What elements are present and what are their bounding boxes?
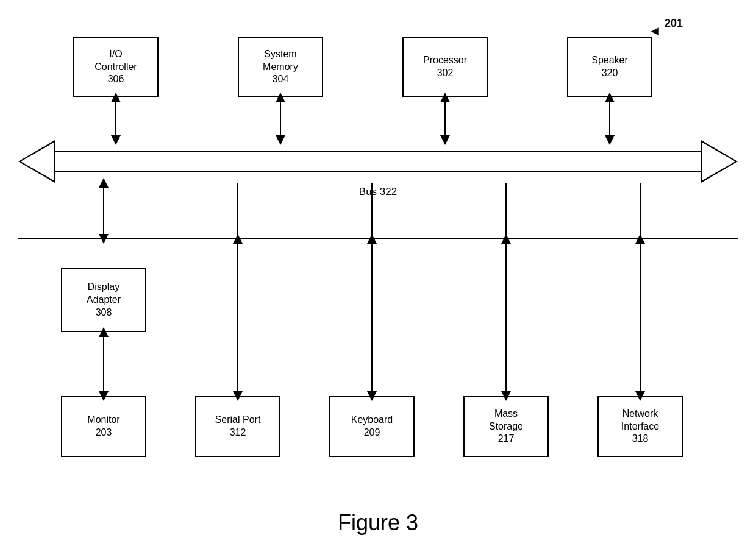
bus-left-arrowhead-inner (21, 143, 54, 180)
figure-label: Figure 3 (0, 510, 756, 536)
bottom-bus-bar (18, 238, 738, 239)
io-controller-box: I/OController306 (73, 37, 159, 97)
monitor-label: Monitor203 (87, 414, 119, 439)
serial-port-box: Serial Port312 (195, 396, 280, 457)
system-memory-label: SystemMemory304 (263, 48, 298, 86)
bus-label: Bus 322 (0, 186, 756, 198)
display-adapter-box: DisplayAdapter308 (61, 268, 146, 332)
keyboard-box: Keyboard209 (329, 396, 415, 457)
keyboard-label: Keyboard209 (351, 414, 393, 439)
bus-right-arrowhead-inner (702, 143, 735, 180)
bus-arrow (18, 140, 738, 183)
processor-label: Processor302 (423, 54, 467, 80)
mass-storage-box: MassStorage217 (463, 396, 549, 457)
network-interface-box: NetworkInterface318 (597, 396, 683, 457)
system-memory-box: SystemMemory304 (238, 37, 323, 97)
ref-label: 201 (665, 17, 683, 30)
io-controller-label: I/OController306 (94, 48, 137, 86)
network-interface-label: NetworkInterface318 (621, 408, 659, 445)
speaker-label: Speaker320 (591, 54, 628, 80)
mass-storage-label: MassStorage217 (489, 408, 523, 445)
processor-box: Processor302 (402, 37, 488, 97)
monitor-box: Monitor203 (61, 396, 146, 457)
display-adapter-label: DisplayAdapter308 (87, 281, 121, 319)
bus-body (55, 151, 701, 172)
diagram: ◄ 201 I/OController306 SystemMemory304 P… (0, 0, 756, 560)
speaker-box: Speaker320 (567, 37, 652, 97)
serial-port-label: Serial Port312 (215, 414, 261, 439)
